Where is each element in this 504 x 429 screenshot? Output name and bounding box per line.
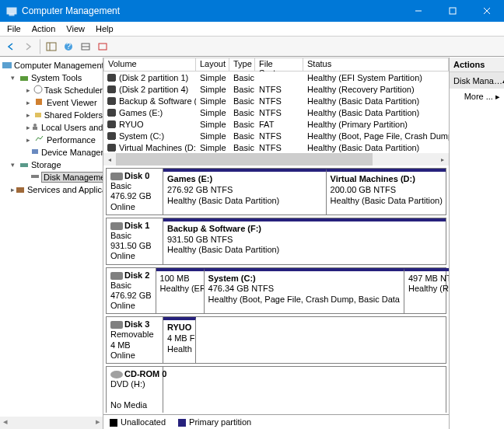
tree-panel[interactable]: Computer Management (Local ▾System Tools… xyxy=(0,58,103,429)
menu-view[interactable]: View xyxy=(61,23,90,35)
col-layout[interactable]: Layout xyxy=(196,58,229,72)
disk-1[interactable]: Disk 1Basic931.50 GBOnline Backup & Soft… xyxy=(106,218,446,265)
disk-2-part-1[interactable]: System (C:)476.34 GB NTFSHealthy (Boot, … xyxy=(205,268,404,314)
help-button[interactable]: ? xyxy=(61,39,76,54)
disk-3-part-0[interactable]: RYUO4 MB FHealth xyxy=(163,317,196,363)
window-title: Computer Management xyxy=(22,5,401,16)
forward-button[interactable] xyxy=(20,39,36,54)
tree-storage[interactable]: ▾Storage xyxy=(0,159,103,171)
disk-2-part-2[interactable]: 497 MB NTFSHealthy (Recovery Par xyxy=(404,268,449,314)
tree-root[interactable]: Computer Management (Local xyxy=(0,59,103,72)
tree-performance[interactable]: ▸Performance xyxy=(0,134,103,146)
svg-rect-16 xyxy=(36,99,42,105)
disk-0-header: Disk 0Basic476.92 GBOnline xyxy=(107,169,163,214)
volume-row[interactable]: (Disk 2 partition 4)SimpleBasicNTFSHealt… xyxy=(103,83,449,95)
volume-grid-body[interactable]: (Disk 2 partition 1)SimpleBasicHealthy (… xyxy=(103,72,449,153)
disk-0-part-0[interactable]: Games (E:)276.92 GB NTFSHealthy (Basic D… xyxy=(163,169,327,214)
tree-task-scheduler[interactable]: ▸Task Scheduler xyxy=(0,84,103,96)
tree-device-manager[interactable]: ▸Device Manager xyxy=(0,146,103,159)
svg-rect-1 xyxy=(9,14,14,16)
svg-rect-20 xyxy=(32,149,38,154)
svg-rect-19 xyxy=(33,127,37,130)
col-volume[interactable]: Volume xyxy=(103,58,196,72)
tree-system-tools[interactable]: ▾System Tools xyxy=(0,72,103,84)
disk-3-header: Disk 3Removable4 MBOnline xyxy=(107,317,163,363)
tree-services-apps[interactable]: ▸Services and Applications xyxy=(0,183,103,196)
app-icon xyxy=(6,5,17,16)
main-panel: Volume Layout Type File System Status (D… xyxy=(103,58,450,429)
menubar: File Action View Help xyxy=(0,22,504,37)
actions-panel: Actions Disk Mana…▴ More ... ▸ xyxy=(450,58,504,429)
menu-file[interactable]: File xyxy=(2,23,26,35)
col-fs[interactable]: File System xyxy=(255,58,303,72)
svg-point-18 xyxy=(33,124,37,127)
svg-rect-0 xyxy=(7,8,16,14)
menu-action[interactable]: Action xyxy=(26,23,61,35)
list-button[interactable] xyxy=(95,39,110,54)
close-button[interactable] xyxy=(470,0,504,22)
disk-0[interactable]: Disk 0Basic476.92 GBOnline Games (E:)276… xyxy=(106,168,446,215)
disk-0-part-1[interactable]: Virtual Machines (D:)200.00 GB NTFSHealt… xyxy=(327,169,446,214)
tree-event-viewer[interactable]: ▸Event Viewer xyxy=(0,96,103,109)
svg-rect-13 xyxy=(2,62,12,68)
volume-row[interactable]: Games (E:)SimpleBasicNTFSHealthy (Basic … xyxy=(103,106,449,118)
volume-row[interactable]: (Disk 2 partition 1)SimpleBasicHealthy (… xyxy=(103,72,449,83)
svg-point-15 xyxy=(34,85,42,93)
maximize-button[interactable] xyxy=(436,0,470,22)
tree-shared-folders[interactable]: ▸Shared Folders xyxy=(0,109,103,121)
svg-rect-17 xyxy=(35,113,41,117)
svg-rect-22 xyxy=(31,175,39,178)
tree-scrollbar[interactable]: ◂▸ xyxy=(0,417,103,429)
grid-scrollbar[interactable]: ◂ ▸ xyxy=(103,153,449,166)
svg-rect-14 xyxy=(20,76,28,81)
show-hide-button[interactable] xyxy=(44,39,59,54)
actions-disk-management[interactable]: Disk Mana…▴ xyxy=(450,72,504,89)
volume-row[interactable]: RYUOSimpleBasicFATHealthy (Primary Parti… xyxy=(103,118,449,130)
cd-rom-0[interactable]: CD-ROM 0DVD (H:)No Media xyxy=(106,366,446,413)
scroll-right-icon[interactable]: ▸ xyxy=(436,153,449,166)
toolbar-separator xyxy=(39,39,40,54)
tree-local-users[interactable]: ▸Local Users and Groups xyxy=(0,121,103,134)
svg-rect-6 xyxy=(47,43,56,51)
svg-rect-3 xyxy=(450,8,456,14)
volume-row[interactable]: System (C:)SimpleBasicNTFSHealthy (Boot,… xyxy=(103,130,449,141)
actions-header: Actions xyxy=(450,58,504,72)
cd-rom-0-header: CD-ROM 0DVD (H:)No Media xyxy=(107,367,163,413)
scroll-left-icon[interactable]: ◂ xyxy=(103,153,116,166)
legend-primary: Primary partition xyxy=(178,417,251,427)
actions-more[interactable]: More ... ▸ xyxy=(450,89,504,105)
svg-rect-12 xyxy=(99,44,107,50)
legend-unallocated: Unallocated xyxy=(110,417,166,427)
legend: Unallocated Primary partition xyxy=(103,414,449,429)
col-status[interactable]: Status xyxy=(303,58,449,72)
disk-2[interactable]: Disk 2Basic476.92 GBOnline 100 MBHealthy… xyxy=(106,267,446,315)
titlebar: Computer Management xyxy=(0,0,504,22)
disk-1-part-0[interactable]: Backup & Software (F:)931.50 GB NTFSHeal… xyxy=(163,218,446,264)
tree-disk-management[interactable]: ▸Disk Management xyxy=(0,171,103,183)
col-type[interactable]: Type xyxy=(229,58,255,72)
disk-1-header: Disk 1Basic931.50 GBOnline xyxy=(107,218,163,264)
svg-text:?: ? xyxy=(66,42,71,51)
volume-grid-header: Volume Layout Type File System Status xyxy=(103,58,449,72)
svg-rect-21 xyxy=(20,163,28,167)
disk-2-part-0[interactable]: 100 MBHealthy (EFI Sy: xyxy=(156,268,205,314)
volume-row[interactable]: Virtual Machines (D:)SimpleBasicNTFSHeal… xyxy=(103,141,449,153)
disk-graphic-panel: Disk 0Basic476.92 GBOnline Games (E:)276… xyxy=(103,166,449,414)
minimize-button[interactable] xyxy=(401,0,436,22)
toolbar: ? xyxy=(0,37,504,57)
volume-row[interactable]: Backup & Software (F:)SimpleBasicNTFSHea… xyxy=(103,95,449,106)
refresh-button[interactable] xyxy=(78,39,93,54)
chevron-right-icon: ▸ xyxy=(495,92,500,101)
svg-rect-23 xyxy=(16,187,24,193)
disk-3[interactable]: Disk 3Removable4 MBOnline RYUO4 MB FHeal… xyxy=(106,316,446,364)
disk-2-header: Disk 2Basic476.92 GBOnline xyxy=(107,268,156,314)
menu-help[interactable]: Help xyxy=(90,23,119,35)
back-button[interactable] xyxy=(3,39,19,54)
